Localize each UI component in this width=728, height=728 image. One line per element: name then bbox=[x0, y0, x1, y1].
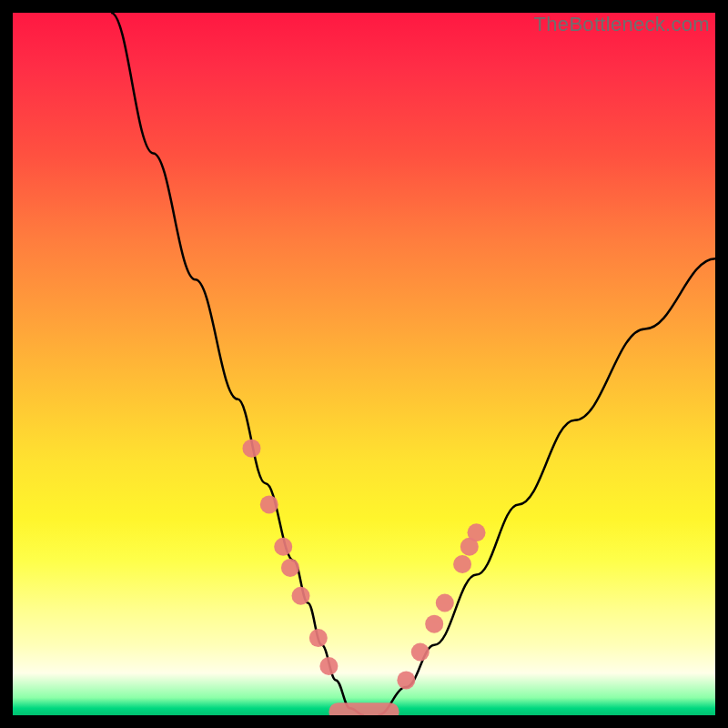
chart-plot-area: TheBottleneck.com bbox=[13, 13, 715, 715]
data-marker bbox=[453, 555, 471, 573]
data-marker bbox=[319, 657, 338, 675]
data-marker bbox=[411, 643, 430, 662]
data-marker bbox=[309, 629, 328, 647]
data-marker bbox=[468, 523, 486, 541]
data-marker bbox=[397, 671, 415, 689]
valley-bar bbox=[329, 703, 399, 715]
data-marker bbox=[436, 593, 454, 612]
data-marker bbox=[292, 587, 310, 605]
data-marker bbox=[425, 615, 443, 633]
data-marker bbox=[281, 559, 299, 577]
series-right-curve bbox=[378, 258, 715, 715]
data-marker bbox=[274, 538, 292, 556]
bottleneck-curve-chart bbox=[13, 13, 715, 715]
series-left-curve bbox=[111, 13, 364, 715]
data-marker bbox=[242, 440, 260, 458]
data-marker bbox=[260, 495, 278, 513]
